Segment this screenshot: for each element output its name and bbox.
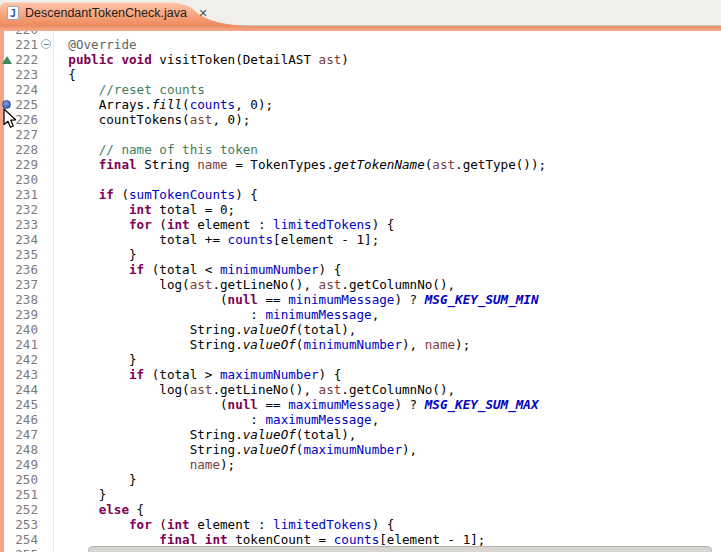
ruler-row: 229 <box>0 157 54 172</box>
ruler-row: 244 <box>0 382 54 397</box>
code-line: else { <box>55 502 144 517</box>
ruler-row: 242 <box>0 352 54 367</box>
ruler-row: 240 <box>0 322 54 337</box>
code-line: (null == minimumMessage) ? MSG_KEY_SUM_M… <box>55 292 538 307</box>
ruler-row: 248 <box>0 442 54 457</box>
code-line: final int tokenCount = counts[element - … <box>55 532 485 547</box>
editor-tab-bar: J DescendantTokenCheck.java ✕ <box>0 0 721 26</box>
code-line: log(ast.getLineNo(), ast.getColumnNo(), <box>55 382 455 397</box>
code-line: } <box>55 247 137 262</box>
line-number: 228 <box>15 142 38 157</box>
ruler-row: 232 <box>0 202 54 217</box>
code-line: for (int element : limitedTokens) { <box>55 517 394 532</box>
line-number: 245 <box>15 397 38 412</box>
ruler-row: 222 <box>0 52 54 67</box>
line-number: 222 <box>15 52 38 67</box>
tab-title: DescendantTokenCheck.java <box>25 6 187 20</box>
code-line: if (total > maximumNumber) { <box>55 367 341 382</box>
line-number: 238 <box>15 292 38 307</box>
line-number: 221 <box>15 37 38 52</box>
line-number: 252 <box>15 502 38 517</box>
code-line: final String name = TokenTypes.getTokenN… <box>55 157 546 172</box>
line-number: 226 <box>15 112 38 127</box>
code-line: : minimumMessage, <box>55 307 379 322</box>
code-line: String.valueOf(total), <box>55 322 356 337</box>
ruler-row: 238 <box>0 292 54 307</box>
ruler-row: 247 <box>0 427 54 442</box>
code-line: String.valueOf(minimumNumber), name); <box>55 337 470 352</box>
ruler-row: 228 <box>0 142 54 157</box>
line-number: 232 <box>15 202 38 217</box>
line-number: 253 <box>15 517 38 532</box>
ruler-row: 250 <box>0 472 54 487</box>
ruler-row: 230 <box>0 172 54 187</box>
line-number: 225 <box>15 97 38 112</box>
ruler-row: 231 <box>0 187 54 202</box>
code-line: { <box>55 67 76 82</box>
ruler-row: 241 <box>0 337 54 352</box>
line-number: 231 <box>15 187 38 202</box>
line-number: 229 <box>15 157 38 172</box>
code-editor: 2202212222232242252262272282292302312322… <box>0 31 721 552</box>
line-number: 242 <box>15 352 38 367</box>
code-line: } <box>55 472 137 487</box>
line-number: 246 <box>15 412 38 427</box>
line-number: 236 <box>15 262 38 277</box>
code-line: } <box>55 352 137 367</box>
line-number: 248 <box>15 442 38 457</box>
ruler-row: 239 <box>0 307 54 322</box>
ruler-row: 234 <box>0 232 54 247</box>
ruler-row: 254 <box>0 532 54 547</box>
code-line: @Override <box>55 37 137 52</box>
code-line: (null == maximumMessage) ? MSG_KEY_SUM_M… <box>55 397 538 412</box>
line-number: 250 <box>15 472 38 487</box>
line-number: 255 <box>15 547 38 552</box>
ruler-row: 246 <box>0 412 54 427</box>
line-number: 235 <box>15 247 38 262</box>
horizontal-scrollbar-thumb[interactable] <box>88 546 712 552</box>
code-line: log(ast.getLineNo(), ast.getColumnNo(), <box>55 277 455 292</box>
code-line: String.valueOf(maximumNumber), <box>55 442 417 457</box>
line-number: 243 <box>15 367 38 382</box>
line-number: 251 <box>15 487 38 502</box>
line-number: 249 <box>15 457 38 472</box>
ruler-row: 221 <box>0 37 54 52</box>
ruler-row: 236 <box>0 262 54 277</box>
code-line: //reset counts <box>55 82 205 97</box>
java-file-icon: J <box>7 6 19 20</box>
line-number: 244 <box>15 382 38 397</box>
ruler-row: 223 <box>0 67 54 82</box>
tab-close-icon[interactable]: ✕ <box>196 5 210 21</box>
fold-toggle-icon[interactable] <box>41 39 51 49</box>
code-line: // name of this token <box>55 142 258 157</box>
ruler-row: 227 <box>0 127 54 142</box>
code-line: String.valueOf(total), <box>55 427 356 442</box>
code-line: } <box>55 487 106 502</box>
line-number: 239 <box>15 307 38 322</box>
line-number: 234 <box>15 232 38 247</box>
ruler-row: 233 <box>0 217 54 232</box>
line-number: 254 <box>15 532 38 547</box>
code-line: : maximumMessage, <box>55 412 379 427</box>
code-area[interactable]: @Override public void visitToken(DetailA… <box>55 31 721 552</box>
ruler-row: 249 <box>0 457 54 472</box>
line-number: 230 <box>15 172 38 187</box>
ruler-row: 243 <box>0 367 54 382</box>
ruler-row: 245 <box>0 397 54 412</box>
code-line: if (total < minimumNumber) { <box>55 262 341 277</box>
override-marker <box>2 56 12 64</box>
line-number: 227 <box>15 127 38 142</box>
line-number: 247 <box>15 427 38 442</box>
line-number: 241 <box>15 337 38 352</box>
ruler-row: 235 <box>0 247 54 262</box>
ruler-row: 251 <box>0 487 54 502</box>
mouse-cursor-icon <box>3 108 18 129</box>
code-line: public void visitToken(DetailAST ast) <box>55 52 349 67</box>
line-number: 223 <box>15 67 38 82</box>
tab-descendanttokencheck[interactable]: J DescendantTokenCheck.java ✕ <box>0 1 248 26</box>
code-line: countTokens(ast, 0); <box>55 112 250 127</box>
code-line: total += counts[element - 1]; <box>55 232 379 247</box>
code-line: int total = 0; <box>55 202 235 217</box>
line-number: 233 <box>15 217 38 232</box>
ruler-row: 224 <box>0 82 54 97</box>
